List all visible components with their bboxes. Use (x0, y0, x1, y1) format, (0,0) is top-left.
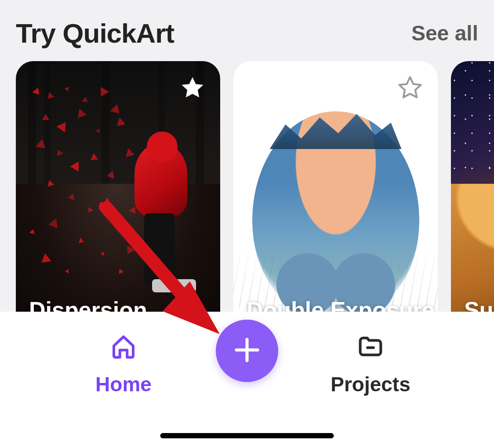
favorite-button[interactable] (395, 73, 425, 104)
plus-icon (231, 334, 263, 368)
section-header: Try QuickArt See all (0, 0, 494, 61)
card-art (451, 61, 494, 334)
create-new-fab[interactable] (216, 320, 278, 382)
nav-projects-label: Projects (331, 372, 410, 396)
quickart-cards-row: Dispersion Double Exposure Sur (0, 61, 494, 334)
nav-projects[interactable]: Projects (272, 332, 469, 396)
quickart-card-surreal[interactable]: Sur (451, 61, 494, 334)
nav-home-label: Home (95, 372, 152, 396)
see-all-link[interactable]: See all (411, 21, 478, 45)
quickart-card-double-exposure[interactable]: Double Exposure (233, 61, 438, 334)
folder-icon (356, 332, 385, 363)
star-outline-icon (396, 74, 424, 103)
nav-home[interactable]: Home (25, 332, 222, 396)
quickart-card-dispersion[interactable]: Dispersion (16, 61, 220, 334)
home-icon (109, 332, 138, 363)
star-filled-icon (179, 74, 206, 103)
home-indicator (160, 433, 334, 438)
section-title: Try QuickArt (16, 18, 174, 49)
favorite-button[interactable] (177, 73, 208, 104)
